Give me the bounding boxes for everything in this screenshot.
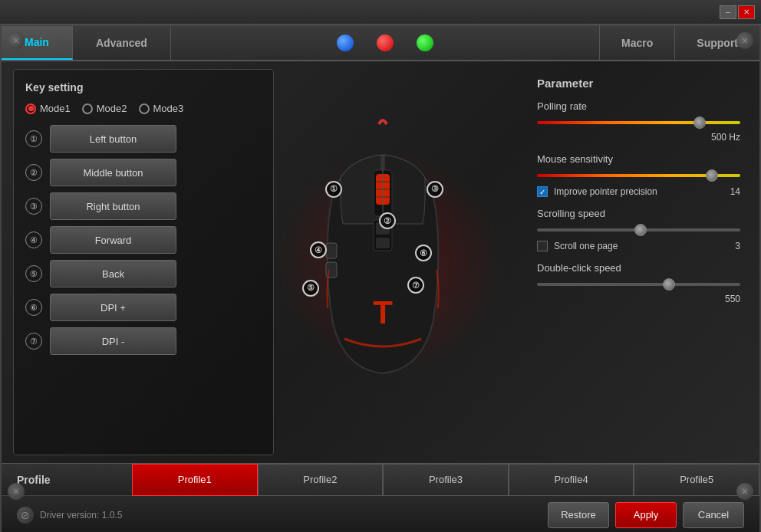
cancel-button[interactable]: Cancel bbox=[683, 502, 744, 528]
scrolling-speed-label: Scrolling speed bbox=[537, 208, 740, 219]
mouse-svg: T bbox=[306, 117, 460, 377]
close-button[interactable]: ✕ bbox=[738, 5, 755, 19]
mouse-image-container: T ① ② ③ ④ ⑤ ⑥ ⑦ bbox=[306, 117, 498, 408]
double-click-value: 550 bbox=[537, 294, 740, 304]
double-click-slider[interactable] bbox=[537, 278, 740, 291]
restore-button[interactable]: Restore bbox=[548, 502, 609, 528]
dot-red[interactable] bbox=[377, 34, 394, 51]
polling-rate-label: Polling rate bbox=[537, 100, 740, 112]
svg-text:T: T bbox=[373, 294, 393, 330]
polling-rate-value: 500 Hz bbox=[537, 132, 740, 143]
scrolling-speed-thumb[interactable] bbox=[634, 224, 647, 236]
forward-button[interactable]: Forward bbox=[50, 226, 176, 254]
scroll-one-page-label: Scroll one page bbox=[554, 241, 729, 251]
app-container: Main Advanced Macro Support Key setting bbox=[0, 25, 761, 532]
sensitivity-slider[interactable] bbox=[537, 169, 740, 182]
mouse-label-2: ② bbox=[379, 212, 396, 229]
button-num-6: ⑥ bbox=[25, 299, 42, 316]
double-click-section: Double-click speed 550 bbox=[537, 262, 740, 304]
mode3-option[interactable]: Mode3 bbox=[139, 103, 184, 114]
button-row-7: ⑦ DPI - bbox=[25, 327, 262, 355]
scrolling-speed-section: Scrolling speed Scroll one page 3 bbox=[537, 208, 740, 251]
polling-rate-section: Polling rate 500 Hz bbox=[537, 100, 740, 143]
profile-label: Profile bbox=[2, 474, 132, 486]
polling-rate-slider[interactable] bbox=[537, 117, 740, 129]
profile-tab-1[interactable]: Profile1 bbox=[132, 464, 258, 496]
mode-row: Mode1 Mode2 Mode3 bbox=[25, 103, 262, 114]
improve-precision-value: 14 bbox=[730, 186, 740, 197]
mode2-option[interactable]: Mode2 bbox=[82, 103, 127, 114]
profile-tab-2[interactable]: Profile2 bbox=[258, 464, 384, 496]
title-bar: – ✕ bbox=[0, 0, 761, 25]
profile-tab-3[interactable]: Profile3 bbox=[383, 464, 509, 496]
mouse-label-4: ④ bbox=[310, 241, 327, 258]
nav-dots bbox=[171, 34, 599, 51]
mouse-label-3: ③ bbox=[427, 181, 443, 198]
screw-br bbox=[736, 483, 753, 500]
right-panel: Parameter Polling rate 500 Hz Mouse sens… bbox=[529, 69, 748, 455]
back-button[interactable]: Back bbox=[50, 260, 176, 287]
polling-rate-thumb[interactable] bbox=[693, 117, 706, 129]
svg-rect-8 bbox=[326, 243, 337, 258]
double-click-label: Double-click speed bbox=[537, 262, 740, 274]
sensitivity-thumb[interactable] bbox=[706, 169, 718, 182]
tab-macro[interactable]: Macro bbox=[599, 25, 674, 61]
nav-right-tabs: Macro Support bbox=[599, 25, 759, 61]
improve-precision-checkbox[interactable]: ✓ bbox=[537, 186, 548, 197]
content-area: Key setting Mode1 Mode2 Mode3 bbox=[2, 61, 759, 463]
left-button[interactable]: Left button bbox=[50, 125, 176, 153]
bottom-bar: ⊘ Driver version: 1.0.5 Restore Apply Ca… bbox=[2, 495, 759, 532]
screw-bl bbox=[8, 483, 25, 500]
mode3-radio[interactable] bbox=[139, 103, 150, 114]
checkmark-icon: ✓ bbox=[539, 188, 545, 196]
dpi-plus-button[interactable]: DPI + bbox=[50, 294, 176, 321]
bottom-buttons: Restore Apply Cancel bbox=[548, 502, 744, 528]
scroll-one-page-checkbox[interactable] bbox=[537, 241, 548, 251]
apply-button[interactable]: Apply bbox=[615, 502, 677, 528]
minimize-button[interactable]: – bbox=[720, 5, 736, 19]
profile-tabs: Profile1 Profile2 Profile3 Profile4 Prof… bbox=[132, 464, 759, 496]
nav-bar: Main Advanced Macro Support bbox=[2, 26, 759, 61]
button-row-3: ③ Right button bbox=[25, 192, 262, 220]
middle-button[interactable]: Middle button bbox=[50, 159, 176, 186]
key-setting-title: Key setting bbox=[25, 81, 262, 94]
mode1-option[interactable]: Mode1 bbox=[25, 103, 71, 114]
mouse-label-1: ① bbox=[325, 181, 342, 198]
button-num-1: ① bbox=[25, 130, 42, 147]
sensitivity-label: Mouse sensitivity bbox=[537, 153, 740, 165]
button-row-6: ⑥ DPI + bbox=[25, 294, 262, 321]
button-row-1: ① Left button bbox=[25, 125, 262, 153]
scroll-one-page-row: Scroll one page 3 bbox=[537, 241, 740, 251]
button-num-5: ⑤ bbox=[25, 265, 42, 282]
button-num-3: ③ bbox=[25, 198, 42, 215]
profile-tab-4[interactable]: Profile4 bbox=[509, 464, 634, 496]
button-row-4: ④ Forward bbox=[25, 226, 262, 254]
right-button[interactable]: Right button bbox=[50, 192, 176, 220]
button-row-5: ⑤ Back bbox=[25, 260, 262, 287]
sensitivity-section: Mouse sensitivity ✓ Improve pointer prec… bbox=[537, 153, 740, 197]
double-click-track bbox=[537, 283, 740, 286]
mode2-radio[interactable] bbox=[82, 103, 93, 114]
scrolling-speed-slider[interactable] bbox=[537, 224, 740, 236]
scroll-one-page-value: 3 bbox=[735, 241, 740, 251]
double-click-thumb[interactable] bbox=[663, 278, 675, 291]
mouse-area: T ① ② ③ ④ ⑤ ⑥ ⑦ bbox=[282, 69, 522, 455]
dot-blue[interactable] bbox=[337, 34, 354, 51]
button-num-2: ② bbox=[25, 164, 42, 181]
mouse-label-7: ⑦ bbox=[407, 277, 424, 294]
improve-precision-label: Improve pointer precision bbox=[554, 186, 724, 197]
tab-advanced[interactable]: Advanced bbox=[73, 26, 171, 60]
button-num-4: ④ bbox=[25, 232, 42, 248]
svg-rect-7 bbox=[376, 238, 390, 248]
button-num-7: ⑦ bbox=[25, 333, 42, 350]
parameter-title: Parameter bbox=[537, 77, 740, 90]
driver-version: ⊘ Driver version: 1.0.5 bbox=[17, 507, 548, 524]
screw-tr bbox=[736, 32, 753, 49]
driver-icon: ⊘ bbox=[17, 507, 34, 524]
polling-rate-track bbox=[537, 121, 740, 124]
mouse-label-5: ⑤ bbox=[302, 280, 319, 297]
button-row-2: ② Middle button bbox=[25, 159, 262, 186]
dot-green[interactable] bbox=[417, 34, 433, 51]
dpi-minus-button[interactable]: DPI - bbox=[50, 327, 176, 355]
mode1-radio[interactable] bbox=[25, 103, 36, 114]
